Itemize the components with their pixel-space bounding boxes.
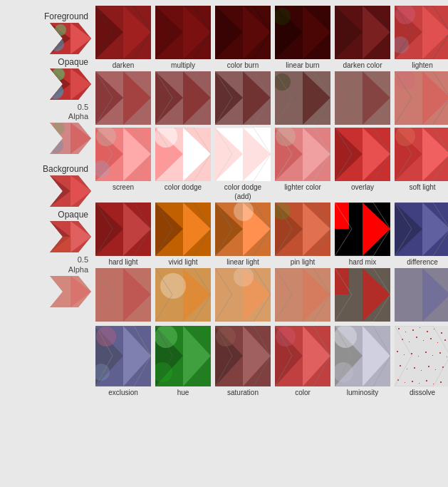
fg-opaque-arrow [50, 68, 91, 100]
blend-name-saturation: saturation [227, 388, 259, 397]
svg-rect-147 [335, 229, 349, 256]
blend-name-difference: difference [407, 257, 438, 267]
blend-cell-hardmix-alpha [333, 268, 392, 323]
svg-rect-209 [398, 328, 400, 329]
svg-rect-224 [404, 354, 405, 355]
blend-name-softlight: soft light [409, 183, 435, 192]
svg-rect-208 [395, 326, 448, 386]
blend-cell-colordodge: color dodge [154, 128, 212, 201]
svg-rect-211 [412, 329, 414, 331]
svg-rect-235 [428, 366, 429, 367]
blend-cell-lightercolor: lighter color [274, 128, 332, 201]
blend-cell-hardlight-alpha [94, 268, 152, 323]
left-panel: Foreground [3, 6, 94, 484]
blend-name-lighten: lighten [412, 61, 432, 70]
svg-rect-243 [433, 384, 434, 384]
svg-rect-229 [439, 352, 441, 354]
background-label: Background [3, 164, 94, 174]
svg-rect-233 [414, 367, 415, 369]
svg-point-5 [55, 24, 66, 36]
blend-cell-multiply: multiply [154, 6, 212, 70]
fg-alpha-arrow [50, 123, 91, 154]
blend-cell-linearburn-alpha [274, 71, 332, 126]
blend-cell-softlight: soft light [393, 128, 448, 201]
svg-rect-231 [400, 365, 401, 366]
blend-cell-saturation: saturation [214, 326, 272, 397]
svg-rect-212 [420, 327, 420, 328]
blend-name-luminosity: luminosity [347, 388, 378, 397]
blend-name-colordodgeadd: color dodge(add) [224, 183, 261, 201]
foreground-label: Foreground [3, 11, 94, 21]
svg-rect-215 [441, 332, 442, 334]
svg-rect-234 [421, 370, 422, 371]
blend-name-colorburn: color burn [227, 61, 259, 70]
blend-cell-exclusion: exclusion [94, 326, 152, 397]
svg-rect-217 [409, 342, 410, 342]
blend-name-pinlight: pin light [291, 257, 315, 267]
alpha-label-bg: 0.5Alpha [3, 255, 94, 274]
blend-cell-hue: hue [154, 326, 212, 397]
svg-rect-146 [335, 203, 349, 229]
blend-name-lightercolor: lighter color [284, 183, 321, 192]
svg-point-200 [276, 327, 296, 347]
svg-rect-244 [440, 381, 442, 383]
blend-cell-vividlight-alpha [154, 268, 212, 323]
blend-name-colordodge: color dodge [165, 183, 202, 192]
blend-name-vividlight: vivid light [168, 257, 197, 267]
blend-cell-darkencolor: darken color [333, 6, 392, 70]
svg-rect-174 [335, 268, 349, 294]
blend-cell-screen: screen [94, 128, 152, 201]
blend-cell-pinlight: pin light [274, 203, 332, 267]
blend-cell-overlay: overlay [333, 128, 392, 201]
blend-name-linearlight: linear light [226, 257, 259, 267]
blend-cell-darkencolor-alpha [333, 71, 392, 126]
bg-opaque-arrow [50, 221, 91, 252]
svg-rect-227 [425, 352, 427, 353]
blend-cell-luminosity: luminosity [333, 326, 392, 397]
blend-cell-lighten-alpha [393, 71, 448, 126]
foreground-opaque-arrow [50, 23, 91, 54]
blend-cell-pinlight-alpha [274, 268, 332, 323]
blend-cell-colorburn-alpha [214, 71, 272, 126]
blend-cell-hardmix: hard mix [333, 203, 392, 267]
alpha-label-fg: 0.5Alpha [3, 103, 94, 121]
svg-rect-230 [447, 357, 447, 357]
svg-rect-241 [419, 383, 420, 384]
svg-rect-218 [416, 337, 417, 338]
opaque-label-bg: Opaque [3, 210, 94, 220]
blend-name-screen: screen [113, 183, 134, 192]
blend-cell-linearlight: linear light [214, 203, 272, 267]
blend-cell-lighten: lighten [393, 6, 448, 70]
blend-name-darken: darken [113, 61, 135, 70]
blend-name-exclusion: exclusion [108, 388, 138, 397]
svg-point-195 [216, 327, 236, 347]
svg-rect-242 [426, 380, 427, 381]
svg-rect-232 [407, 369, 407, 369]
blend-modes-grid: darken multiply [94, 6, 448, 484]
blend-name-hardlight: hard light [108, 257, 137, 267]
blend-name-color: color [295, 388, 311, 397]
blend-name-hardmix: hard mix [349, 257, 376, 267]
svg-point-160 [160, 273, 186, 299]
blend-cell-colorburn: color burn [214, 6, 272, 70]
svg-rect-239 [405, 382, 405, 383]
svg-rect-214 [434, 329, 434, 329]
svg-rect-228 [432, 355, 433, 356]
bg-alpha-arrow [50, 276, 91, 307]
svg-rect-220 [430, 338, 432, 339]
blend-name-hue: hue [177, 388, 189, 397]
blend-cell-linearlight-alpha [214, 268, 272, 323]
svg-rect-226 [418, 356, 419, 357]
blend-cell-multiply-alpha [154, 71, 212, 126]
opaque-label-fg: Opaque [3, 57, 94, 67]
blend-cell-dissolve: dissolve [393, 326, 448, 397]
svg-rect-210 [405, 332, 406, 332]
svg-rect-219 [423, 340, 424, 341]
blend-cell-colordodgeadd: color dodge(add) [214, 128, 272, 201]
blend-name-overlay: overlay [351, 183, 374, 192]
blend-cell-color: color [274, 326, 332, 397]
blend-name-multiply: multiply [171, 61, 195, 70]
svg-rect-236 [435, 369, 436, 370]
bg-arrow [50, 175, 91, 207]
blend-cell-linearburn: linear burn [274, 6, 332, 70]
